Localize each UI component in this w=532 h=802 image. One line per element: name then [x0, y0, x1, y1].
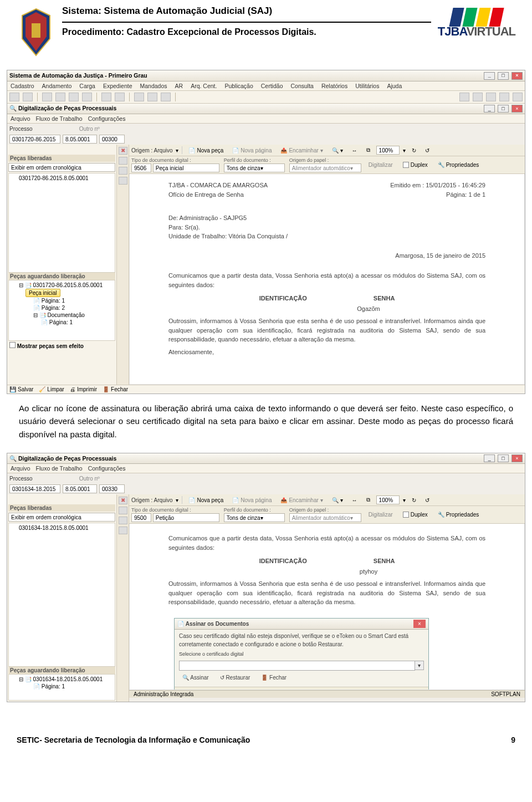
rotate-icon[interactable]: ↺ — [422, 146, 432, 155]
encaminhar-button[interactable]: 📤 Encaminhar ▾ — [278, 146, 325, 155]
lookup-icon[interactable] — [45, 474, 53, 482]
radio-icon[interactable] — [35, 474, 43, 482]
toolbar-icon[interactable] — [473, 93, 483, 101]
nav-prev-icon[interactable] — [18, 146, 26, 154]
tool-icon[interactable] — [119, 507, 127, 514]
win-minimize-icon[interactable]: _ — [484, 72, 495, 80]
submenu-config[interactable]: Configurações — [88, 115, 126, 122]
rotate-icon[interactable]: ↻ — [409, 146, 419, 155]
tool-icon[interactable] — [119, 177, 127, 185]
tree-node[interactable]: 📄 Página: 1 — [25, 319, 112, 326]
tree-node[interactable]: 0301634-18.2015.8.05.0001 — [11, 524, 112, 532]
nav-last-icon[interactable] — [38, 146, 46, 154]
certificado-combo[interactable] — [179, 661, 415, 671]
tool-icon[interactable] — [119, 157, 127, 165]
menu-consulta[interactable]: Consulta — [290, 83, 313, 89]
doctype-name-field[interactable]: Peça inicial — [153, 164, 219, 172]
tool-delete-icon[interactable]: ✖ — [119, 497, 127, 504]
ordem-combo[interactable]: Exibir em ordem cronológica — [8, 513, 115, 522]
chevron-down-icon[interactable]: ▾ — [415, 661, 424, 670]
nova-peca-button[interactable]: 📄 Nova peça — [186, 496, 226, 504]
fit-width-icon[interactable]: ↔ — [349, 146, 360, 155]
assinar-button[interactable]: 🔍 Assinar — [179, 673, 212, 682]
nova-pagina-button[interactable]: 📄 Nova página — [229, 496, 274, 504]
menu-publicacao[interactable]: Publicação — [224, 83, 253, 89]
win-maximize-icon[interactable]: □ — [498, 72, 509, 80]
submenu-fluxo[interactable]: Fluxo de Trabalho — [36, 465, 83, 472]
zoom-field[interactable]: 100% — [376, 146, 400, 155]
tree-node[interactable]: 📄 Página: 2 — [25, 304, 112, 311]
toolbar-icon[interactable] — [459, 93, 469, 101]
fit-width-icon[interactable]: ↔ — [349, 496, 360, 504]
rotate-icon[interactable]: ↺ — [422, 496, 432, 504]
tree-node[interactable]: 0301720-86.2015.8.05.0001 — [11, 175, 112, 182]
ordem-combo[interactable]: Exibir em ordem cronológica — [8, 163, 115, 172]
fit-page-icon[interactable]: ⧉ — [364, 146, 373, 155]
tree-liberadas[interactable]: 0301720-86.2015.8.05.0001 — [8, 173, 115, 273]
toolbar-icon[interactable] — [101, 93, 111, 101]
perfil-combo[interactable]: Tons de cinza ▾ — [224, 164, 285, 172]
toolbar-icon[interactable] — [499, 93, 509, 101]
submenu-arquivo[interactable]: Arquivo — [11, 115, 30, 122]
tree-aguardando[interactable]: ⊟ 📑 0301720-86.2015.8.05.0001 Peça inici… — [8, 280, 115, 341]
submenu-fluxo[interactable]: Fluxo de Trabalho — [36, 115, 83, 122]
menu-arqcent[interactable]: Arq. Cent. — [191, 83, 217, 89]
toolbar-icon[interactable] — [147, 93, 157, 101]
tree-node[interactable]: 📄 Página: 1 — [25, 297, 112, 304]
menu-carga[interactable]: Carga — [79, 83, 95, 89]
dialog-close-icon[interactable]: × — [413, 620, 426, 628]
nova-peca-button[interactable]: 📄 Nova peça — [186, 146, 226, 155]
rotate-icon[interactable]: ↻ — [409, 496, 419, 504]
nav-last-icon[interactable] — [38, 496, 46, 504]
doctype-name-field[interactable]: Petição — [153, 513, 219, 522]
doctype-code-field[interactable]: 9506 — [131, 164, 151, 172]
menu-relatorios[interactable]: Relatórios — [321, 83, 347, 89]
tool-icon[interactable] — [119, 527, 127, 534]
toolbar-icon[interactable] — [115, 93, 125, 101]
submenu-arquivo[interactable]: Arquivo — [11, 465, 30, 472]
processo-num-field[interactable]: 0301634-18.2015 — [9, 484, 60, 493]
menu-expediente[interactable]: Expediente — [103, 83, 132, 89]
menu-mandados[interactable]: Mandados — [140, 83, 167, 89]
toolbar-icon[interactable] — [486, 93, 496, 101]
duplex-checkbox[interactable] — [403, 512, 409, 518]
toolbar-icon[interactable] — [69, 93, 79, 101]
nav-first-icon[interactable] — [8, 146, 16, 154]
child-close-icon[interactable]: × — [511, 454, 523, 462]
menu-andamento[interactable]: Andamento — [42, 83, 72, 89]
menu-utilitarios[interactable]: Utilitários — [355, 83, 379, 89]
tree-node-selected[interactable]: Peça inicial — [25, 289, 60, 297]
lookup-icon[interactable] — [127, 485, 135, 493]
menu-certidao[interactable]: Certidão — [261, 83, 283, 89]
processo-cls-field[interactable]: 8.05.0001 — [63, 484, 97, 493]
propriedades-button[interactable]: 🔧 Propriedades — [435, 161, 482, 169]
child-close-icon[interactable]: × — [511, 105, 523, 113]
propriedades-button[interactable]: 🔧 Propriedades — [435, 510, 482, 519]
processo-dig-field[interactable]: 00300 — [99, 135, 125, 144]
child-min-icon[interactable]: _ — [484, 105, 495, 113]
nav-next-icon[interactable] — [28, 146, 36, 154]
tree-node[interactable]: ⊟ 📑 Documentação — [25, 311, 112, 319]
salvar-button[interactable]: 💾 Salvar — [9, 386, 33, 392]
zoom-tool[interactable]: 🔍 ▾ — [329, 146, 346, 155]
tool-delete-icon[interactable]: ✖ — [119, 147, 127, 155]
tool-icon[interactable] — [119, 517, 127, 524]
menu-ar[interactable]: AR — [175, 83, 183, 89]
limpar-button[interactable]: 🧹 Limpar — [39, 386, 64, 392]
origem-papel-combo[interactable]: Alimentador automático ▾ — [289, 164, 361, 172]
processo-cls-field[interactable]: 8.05.0001 — [63, 135, 97, 144]
toolbar-icon[interactable] — [82, 93, 92, 101]
win-close-icon[interactable]: × — [511, 72, 523, 80]
nav-next-icon[interactable] — [28, 496, 36, 504]
lookup-icon[interactable] — [45, 125, 53, 132]
fechar-button[interactable]: 🚪 Fechar — [103, 386, 128, 392]
child-max-icon[interactable]: □ — [498, 454, 509, 462]
origem-papel-combo[interactable]: Alimentador automático ▾ — [289, 513, 361, 522]
lookup-icon[interactable] — [127, 135, 135, 143]
fit-page-icon[interactable]: ⧉ — [364, 495, 373, 504]
duplex-checkbox[interactable] — [403, 162, 409, 168]
imprimir-button[interactable]: 🖨 Imprimir — [70, 386, 97, 392]
show-noeffect-checkbox[interactable] — [9, 342, 16, 348]
nav-prev-icon[interactable] — [18, 496, 26, 504]
zoom-field[interactable]: 100% — [376, 495, 400, 504]
